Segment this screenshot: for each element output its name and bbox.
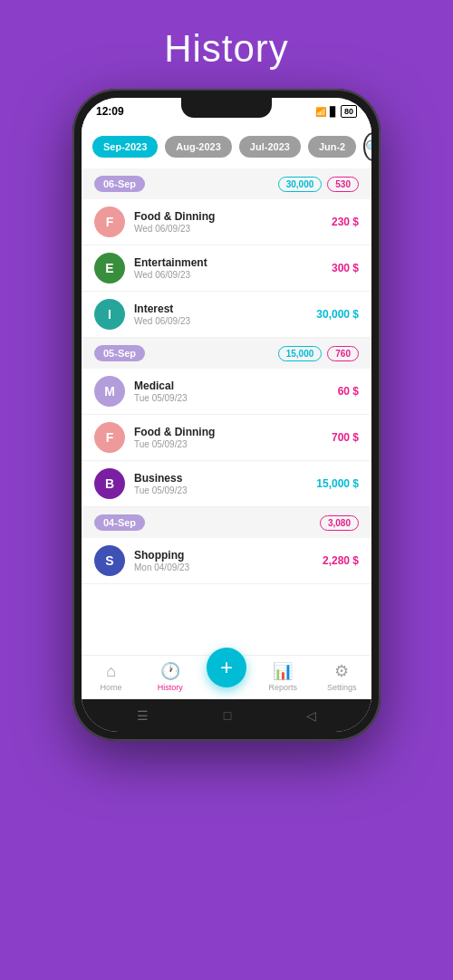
date-amounts-05sep: 15,000 760 xyxy=(278,346,359,361)
transaction-amount-business: 15,000 $ xyxy=(316,477,359,490)
date-label-06sep: 06-Sep xyxy=(94,176,145,192)
date-label-05sep: 05-Sep xyxy=(94,345,145,361)
expense-badge-06sep: 530 xyxy=(327,177,359,192)
transaction-date-interest: Wed 06/09/23 xyxy=(134,316,316,326)
transaction-info-food-1: Food & Dinning Wed 06/09/23 xyxy=(134,210,332,234)
transaction-entertainment[interactable]: E Entertainment Wed 06/09/23 300 $ xyxy=(82,245,371,292)
wifi-icon: 📶 xyxy=(315,107,326,117)
nav-history-label: History xyxy=(158,683,183,692)
category-icon-food-1: F xyxy=(94,207,125,237)
category-icon-entertainment: E xyxy=(94,253,125,283)
status-time: 12:09 xyxy=(96,105,124,118)
reports-icon: 📊 xyxy=(273,661,293,681)
transaction-info-entertainment: Entertainment Wed 06/09/23 xyxy=(134,256,332,280)
home-indicator: □ xyxy=(224,708,231,723)
transaction-medical[interactable]: M Medical Tue 05/09/23 60 $ xyxy=(82,369,371,415)
transaction-date-business: Tue 05/09/23 xyxy=(134,485,316,495)
month-tab-sep2023[interactable]: Sep-2023 xyxy=(92,136,158,158)
category-icon-food-2: F xyxy=(94,422,125,453)
transaction-food-1[interactable]: F Food & Dinning Wed 06/09/23 230 $ xyxy=(82,199,371,245)
status-icons: 📶 ▊ 80 xyxy=(315,105,357,118)
expense-badge-05sep: 760 xyxy=(327,346,359,361)
transaction-name-entertainment: Entertainment xyxy=(134,256,332,269)
signal-icon: ▊ xyxy=(330,107,337,117)
transaction-date-medical: Tue 05/09/23 xyxy=(134,393,338,403)
transaction-date-shopping: Mon 04/09/23 xyxy=(134,562,323,572)
page-title: History xyxy=(164,27,289,71)
transaction-date-entertainment: Wed 06/09/23 xyxy=(134,270,332,280)
home-icon: ⌂ xyxy=(106,662,116,681)
phone-screen: 12:09 📶 ▊ 80 Sep-2023 Aug-2023 Jul-2023 … xyxy=(82,98,371,732)
transaction-info-business: Business Tue 05/09/23 xyxy=(134,472,316,495)
nav-reports[interactable]: 📊 Reports xyxy=(260,661,305,692)
date-header-04sep: 04-Sep 3,080 xyxy=(82,507,371,538)
battery-icon: 80 xyxy=(341,105,357,118)
phone-frame: 12:09 📶 ▊ 80 Sep-2023 Aug-2023 Jul-2023 … xyxy=(72,89,381,741)
transaction-name-food-2: Food & Dinning xyxy=(134,426,332,438)
nav-settings-label: Settings xyxy=(327,683,357,692)
transaction-amount-food-1: 230 $ xyxy=(332,216,359,228)
date-amounts-04sep: 3,080 xyxy=(320,515,359,531)
bottom-nav: ⌂ Home 🕐 History + 📊 Reports ⚙ Settings xyxy=(82,655,371,699)
transaction-amount-food-2: 700 $ xyxy=(332,431,359,444)
month-tabs: Sep-2023 Aug-2023 Jul-2023 Jun-2 🔍 xyxy=(82,121,371,168)
transaction-info-food-2: Food & Dinning Tue 05/09/23 xyxy=(134,426,332,449)
date-header-05sep: 05-Sep 15,000 760 xyxy=(82,338,371,369)
category-icon-medical: M xyxy=(94,376,125,407)
nav-history[interactable]: 🕐 History xyxy=(148,661,193,692)
expense-badge-04sep: 3,080 xyxy=(320,515,359,531)
history-icon: 🕐 xyxy=(160,661,180,681)
transaction-info-medical: Medical Tue 05/09/23 xyxy=(134,380,338,403)
search-button[interactable]: 🔍 xyxy=(363,132,371,161)
transaction-name-interest: Interest xyxy=(134,303,316,315)
transaction-interest[interactable]: I Interest Wed 06/09/23 30,000 $ xyxy=(82,292,371,338)
settings-icon: ⚙ xyxy=(334,661,349,681)
search-icon: 🔍 xyxy=(365,139,371,154)
scroll-area[interactable]: Sep-2023 Aug-2023 Jul-2023 Jun-2 🔍 06-Se… xyxy=(82,121,371,655)
transaction-date-food-2: Tue 05/09/23 xyxy=(134,439,332,449)
menu-indicator: ☰ xyxy=(137,708,149,723)
transaction-info-shopping: Shopping Mon 04/09/23 xyxy=(134,549,323,572)
fab-add-button[interactable]: + xyxy=(207,648,246,687)
category-icon-interest: I xyxy=(94,299,125,330)
date-label-04sep: 04-Sep xyxy=(94,514,145,531)
transaction-name-food-1: Food & Dinning xyxy=(134,210,332,223)
transaction-date-food-1: Wed 06/09/23 xyxy=(134,224,332,234)
category-icon-shopping: S xyxy=(94,545,125,576)
nav-home[interactable]: ⌂ Home xyxy=(89,662,134,692)
transaction-shopping[interactable]: S Shopping Mon 04/09/23 2,280 $ xyxy=(82,538,371,584)
transaction-info-interest: Interest Wed 06/09/23 xyxy=(134,303,316,326)
month-tab-aug2023[interactable]: Aug-2023 xyxy=(165,136,232,158)
transaction-amount-shopping: 2,280 $ xyxy=(323,554,359,567)
month-tab-jun2[interactable]: Jun-2 xyxy=(308,136,356,158)
transaction-amount-entertainment: 300 $ xyxy=(332,262,359,274)
transaction-amount-interest: 30,000 $ xyxy=(316,308,359,321)
notch xyxy=(181,98,272,118)
transaction-amount-medical: 60 $ xyxy=(338,385,359,398)
nav-home-label: Home xyxy=(101,683,122,692)
nav-settings[interactable]: ⚙ Settings xyxy=(319,661,364,692)
transaction-food-2[interactable]: F Food & Dinning Tue 05/09/23 700 $ xyxy=(82,415,371,461)
transaction-business[interactable]: B Business Tue 05/09/23 15,000 $ xyxy=(82,461,371,507)
income-badge-06sep: 30,000 xyxy=(278,177,323,192)
month-tab-jul2023[interactable]: Jul-2023 xyxy=(239,136,301,158)
phone-bottom-bar: ☰ □ ◁ xyxy=(82,699,371,732)
income-badge-05sep: 15,000 xyxy=(278,346,323,361)
transaction-name-shopping: Shopping xyxy=(134,549,323,562)
nav-reports-label: Reports xyxy=(268,683,297,692)
date-header-06sep: 06-Sep 30,000 530 xyxy=(82,168,371,199)
transaction-name-medical: Medical xyxy=(134,380,338,392)
back-indicator: ◁ xyxy=(306,708,316,723)
category-icon-business: B xyxy=(94,468,125,499)
transaction-name-business: Business xyxy=(134,472,316,485)
date-amounts-06sep: 30,000 530 xyxy=(278,177,359,192)
